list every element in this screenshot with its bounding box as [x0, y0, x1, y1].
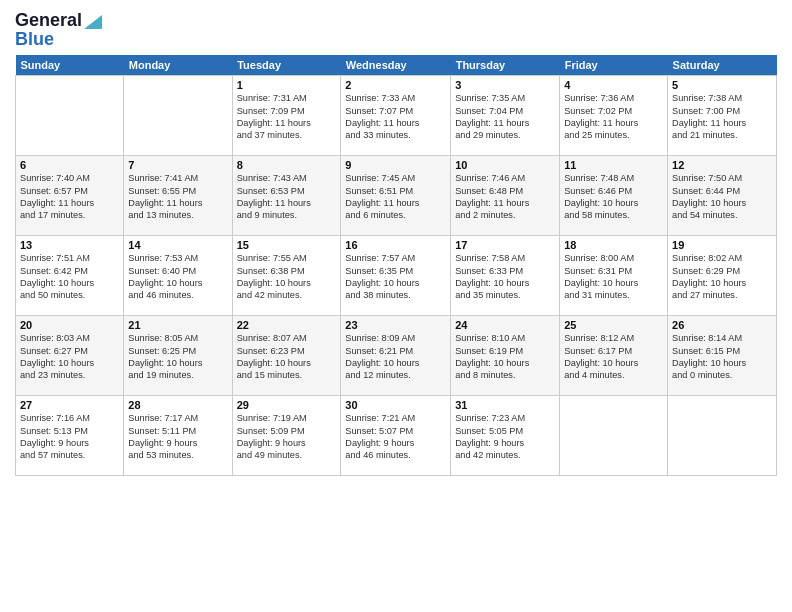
- calendar-cell: 29Sunrise: 7:19 AM Sunset: 5:09 PM Dayli…: [232, 396, 341, 476]
- day-info: Sunrise: 7:55 AM Sunset: 6:38 PM Dayligh…: [237, 252, 337, 302]
- week-row-1: 1Sunrise: 7:31 AM Sunset: 7:09 PM Daylig…: [16, 76, 777, 156]
- day-info: Sunrise: 7:36 AM Sunset: 7:02 PM Dayligh…: [564, 92, 663, 142]
- calendar-cell: [16, 76, 124, 156]
- calendar-cell: 31Sunrise: 7:23 AM Sunset: 5:05 PM Dayli…: [451, 396, 560, 476]
- calendar-cell: 11Sunrise: 7:48 AM Sunset: 6:46 PM Dayli…: [560, 156, 668, 236]
- calendar-cell: 17Sunrise: 7:58 AM Sunset: 6:33 PM Dayli…: [451, 236, 560, 316]
- day-info: Sunrise: 7:33 AM Sunset: 7:07 PM Dayligh…: [345, 92, 446, 142]
- logo-line2: Blue: [15, 31, 54, 47]
- day-info: Sunrise: 7:53 AM Sunset: 6:40 PM Dayligh…: [128, 252, 227, 302]
- week-row-5: 27Sunrise: 7:16 AM Sunset: 5:13 PM Dayli…: [16, 396, 777, 476]
- day-number: 25: [564, 319, 663, 331]
- day-info: Sunrise: 7:58 AM Sunset: 6:33 PM Dayligh…: [455, 252, 555, 302]
- day-number: 29: [237, 399, 337, 411]
- day-info: Sunrise: 7:46 AM Sunset: 6:48 PM Dayligh…: [455, 172, 555, 222]
- calendar-cell: 20Sunrise: 8:03 AM Sunset: 6:27 PM Dayli…: [16, 316, 124, 396]
- day-number: 23: [345, 319, 446, 331]
- calendar-cell: [124, 76, 232, 156]
- calendar-cell: 7Sunrise: 7:41 AM Sunset: 6:55 PM Daylig…: [124, 156, 232, 236]
- day-number: 24: [455, 319, 555, 331]
- day-info: Sunrise: 8:09 AM Sunset: 6:21 PM Dayligh…: [345, 332, 446, 382]
- calendar-cell: 23Sunrise: 8:09 AM Sunset: 6:21 PM Dayli…: [341, 316, 451, 396]
- day-number: 22: [237, 319, 337, 331]
- weekday-header-wednesday: Wednesday: [341, 55, 451, 76]
- day-info: Sunrise: 7:19 AM Sunset: 5:09 PM Dayligh…: [237, 412, 337, 462]
- day-info: Sunrise: 8:02 AM Sunset: 6:29 PM Dayligh…: [672, 252, 772, 302]
- calendar-cell: 12Sunrise: 7:50 AM Sunset: 6:44 PM Dayli…: [668, 156, 777, 236]
- calendar-cell: 14Sunrise: 7:53 AM Sunset: 6:40 PM Dayli…: [124, 236, 232, 316]
- calendar-cell: 9Sunrise: 7:45 AM Sunset: 6:51 PM Daylig…: [341, 156, 451, 236]
- weekday-header-thursday: Thursday: [451, 55, 560, 76]
- day-info: Sunrise: 7:50 AM Sunset: 6:44 PM Dayligh…: [672, 172, 772, 222]
- day-number: 28: [128, 399, 227, 411]
- day-info: Sunrise: 8:07 AM Sunset: 6:23 PM Dayligh…: [237, 332, 337, 382]
- day-info: Sunrise: 8:00 AM Sunset: 6:31 PM Dayligh…: [564, 252, 663, 302]
- day-number: 4: [564, 79, 663, 91]
- day-number: 31: [455, 399, 555, 411]
- day-number: 26: [672, 319, 772, 331]
- calendar-cell: 26Sunrise: 8:14 AM Sunset: 6:15 PM Dayli…: [668, 316, 777, 396]
- calendar-cell: 10Sunrise: 7:46 AM Sunset: 6:48 PM Dayli…: [451, 156, 560, 236]
- day-number: 5: [672, 79, 772, 91]
- day-info: Sunrise: 7:51 AM Sunset: 6:42 PM Dayligh…: [20, 252, 119, 302]
- week-row-3: 13Sunrise: 7:51 AM Sunset: 6:42 PM Dayli…: [16, 236, 777, 316]
- calendar-cell: 18Sunrise: 8:00 AM Sunset: 6:31 PM Dayli…: [560, 236, 668, 316]
- day-info: Sunrise: 7:57 AM Sunset: 6:35 PM Dayligh…: [345, 252, 446, 302]
- calendar-cell: 3Sunrise: 7:35 AM Sunset: 7:04 PM Daylig…: [451, 76, 560, 156]
- day-number: 14: [128, 239, 227, 251]
- calendar-cell: 4Sunrise: 7:36 AM Sunset: 7:02 PM Daylig…: [560, 76, 668, 156]
- day-number: 1: [237, 79, 337, 91]
- day-info: Sunrise: 7:41 AM Sunset: 6:55 PM Dayligh…: [128, 172, 227, 222]
- header: General Blue: [15, 10, 777, 47]
- day-info: Sunrise: 7:21 AM Sunset: 5:07 PM Dayligh…: [345, 412, 446, 462]
- day-number: 11: [564, 159, 663, 171]
- calendar-cell: 25Sunrise: 8:12 AM Sunset: 6:17 PM Dayli…: [560, 316, 668, 396]
- calendar-cell: 28Sunrise: 7:17 AM Sunset: 5:11 PM Dayli…: [124, 396, 232, 476]
- day-number: 12: [672, 159, 772, 171]
- calendar-cell: 16Sunrise: 7:57 AM Sunset: 6:35 PM Dayli…: [341, 236, 451, 316]
- day-number: 17: [455, 239, 555, 251]
- calendar-cell: 2Sunrise: 7:33 AM Sunset: 7:07 PM Daylig…: [341, 76, 451, 156]
- day-number: 8: [237, 159, 337, 171]
- day-info: Sunrise: 7:48 AM Sunset: 6:46 PM Dayligh…: [564, 172, 663, 222]
- calendar-cell: 24Sunrise: 8:10 AM Sunset: 6:19 PM Dayli…: [451, 316, 560, 396]
- day-number: 19: [672, 239, 772, 251]
- calendar-page: General Blue SundayMondayTuesdayWednesda…: [0, 0, 792, 612]
- day-info: Sunrise: 7:43 AM Sunset: 6:53 PM Dayligh…: [237, 172, 337, 222]
- day-number: 7: [128, 159, 227, 171]
- weekday-header-row: SundayMondayTuesdayWednesdayThursdayFrid…: [16, 55, 777, 76]
- day-info: Sunrise: 7:40 AM Sunset: 6:57 PM Dayligh…: [20, 172, 119, 222]
- logo-line1: General: [15, 10, 102, 31]
- weekday-header-monday: Monday: [124, 55, 232, 76]
- day-number: 30: [345, 399, 446, 411]
- calendar-cell: [668, 396, 777, 476]
- day-number: 20: [20, 319, 119, 331]
- day-number: 9: [345, 159, 446, 171]
- calendar-cell: 22Sunrise: 8:07 AM Sunset: 6:23 PM Dayli…: [232, 316, 341, 396]
- day-info: Sunrise: 7:31 AM Sunset: 7:09 PM Dayligh…: [237, 92, 337, 142]
- calendar-cell: 15Sunrise: 7:55 AM Sunset: 6:38 PM Dayli…: [232, 236, 341, 316]
- day-number: 27: [20, 399, 119, 411]
- day-info: Sunrise: 8:05 AM Sunset: 6:25 PM Dayligh…: [128, 332, 227, 382]
- week-row-2: 6Sunrise: 7:40 AM Sunset: 6:57 PM Daylig…: [16, 156, 777, 236]
- day-number: 15: [237, 239, 337, 251]
- day-number: 13: [20, 239, 119, 251]
- calendar-cell: 21Sunrise: 8:05 AM Sunset: 6:25 PM Dayli…: [124, 316, 232, 396]
- day-info: Sunrise: 7:38 AM Sunset: 7:00 PM Dayligh…: [672, 92, 772, 142]
- weekday-header-sunday: Sunday: [16, 55, 124, 76]
- calendar-cell: 5Sunrise: 7:38 AM Sunset: 7:00 PM Daylig…: [668, 76, 777, 156]
- calendar-cell: 6Sunrise: 7:40 AM Sunset: 6:57 PM Daylig…: [16, 156, 124, 236]
- day-info: Sunrise: 8:10 AM Sunset: 6:19 PM Dayligh…: [455, 332, 555, 382]
- day-number: 3: [455, 79, 555, 91]
- day-info: Sunrise: 8:03 AM Sunset: 6:27 PM Dayligh…: [20, 332, 119, 382]
- day-info: Sunrise: 7:17 AM Sunset: 5:11 PM Dayligh…: [128, 412, 227, 462]
- day-number: 21: [128, 319, 227, 331]
- calendar-cell: 1Sunrise: 7:31 AM Sunset: 7:09 PM Daylig…: [232, 76, 341, 156]
- day-info: Sunrise: 8:12 AM Sunset: 6:17 PM Dayligh…: [564, 332, 663, 382]
- logo: General Blue: [15, 10, 102, 47]
- calendar-cell: 19Sunrise: 8:02 AM Sunset: 6:29 PM Dayli…: [668, 236, 777, 316]
- weekday-header-friday: Friday: [560, 55, 668, 76]
- day-info: Sunrise: 8:14 AM Sunset: 6:15 PM Dayligh…: [672, 332, 772, 382]
- weekday-header-saturday: Saturday: [668, 55, 777, 76]
- logo-triangle-icon: [84, 11, 102, 29]
